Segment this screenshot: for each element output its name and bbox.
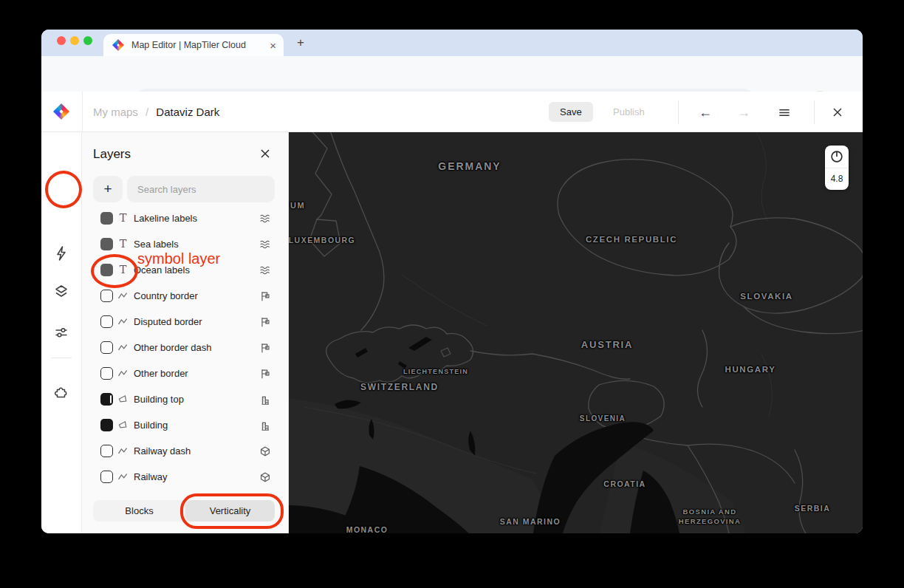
publish-button[interactable]: Publish	[607, 102, 651, 122]
layer-label: Disputed border	[134, 312, 202, 332]
layer-row[interactable]: Disputed border	[82, 312, 289, 332]
map-country-label: CZECH REPUBLIC	[586, 234, 677, 246]
layer-row[interactable]: Other border dash	[82, 338, 289, 358]
layer-type-symbol-icon: T	[117, 264, 129, 276]
menu-icon[interactable]	[775, 103, 794, 122]
layer-label: Sea labels	[134, 234, 179, 255]
layer-type-line-icon	[117, 471, 129, 483]
tab-verticality[interactable]: Verticality	[185, 500, 275, 522]
map-country-label: BOSNIA AND HERZEGOVINA	[679, 507, 741, 527]
cube-icon	[258, 471, 272, 484]
settings-sliders-icon[interactable]	[52, 324, 70, 341]
layer-visibility-checkbox[interactable]	[100, 393, 113, 406]
layer-row[interactable]: Country border	[82, 286, 289, 307]
tab-blocks[interactable]: Blocks	[93, 500, 185, 522]
panel-title: Layers	[93, 147, 131, 162]
layer-type-line-icon	[117, 445, 129, 457]
layer-type-symbol-icon: T	[117, 212, 129, 225]
layer-label: Railway	[134, 467, 168, 488]
layers-panel: Layers + TLakeline labelsTSea labelsTOce…	[82, 132, 289, 533]
breadcrumb: My maps / Dataviz Dark	[93, 92, 219, 132]
close-window-button[interactable]	[57, 36, 66, 45]
redo-icon[interactable]: →	[734, 103, 753, 122]
quick-actions-icon[interactable]	[52, 245, 70, 262]
header-divider	[814, 100, 815, 124]
panel-close-icon[interactable]	[258, 147, 272, 160]
layer-visibility-checkbox[interactable]	[100, 471, 113, 483]
layer-label: Ocean labels	[134, 260, 190, 281]
flag-icon	[258, 315, 272, 329]
layer-label: Railway dash	[134, 441, 191, 462]
layer-row[interactable]: Railway	[82, 467, 289, 488]
map-country-label: LUXEMBOURG	[289, 235, 355, 245]
layer-list: TLakeline labelsTSea labelsTOcean labels…	[82, 211, 289, 500]
map-country-label: UM	[290, 200, 305, 211]
layer-label: Building	[134, 415, 168, 436]
save-button[interactable]: Save	[549, 102, 593, 122]
breadcrumb-separator: /	[145, 106, 148, 118]
search-layers-input[interactable]	[127, 176, 275, 202]
browser-window: Map Editor | MapTiler Cloud × + ← → clou…	[41, 30, 863, 533]
layer-type-line-icon	[117, 315, 129, 328]
layers-icon[interactable]	[52, 282, 70, 300]
breadcrumb-my-maps[interactable]: My maps	[93, 106, 138, 118]
layer-type-symbol-icon: T	[117, 238, 129, 250]
building-icon	[258, 419, 272, 432]
tab-title: Map Editor | MapTiler Cloud	[131, 40, 270, 50]
header-divider	[82, 92, 83, 132]
tab-close-icon[interactable]: ×	[270, 40, 276, 51]
map-country-label: GERMANY	[438, 160, 501, 174]
layer-visibility-checkbox[interactable]	[100, 238, 113, 250]
map-country-label: SAN MARINO	[500, 516, 561, 527]
new-tab-button[interactable]: +	[292, 35, 309, 51]
header-divider	[678, 100, 679, 124]
flag-icon	[258, 290, 272, 303]
browser-toolbar: ← → cloud.maptiler.com/maps/editor?map=d…	[41, 56, 863, 92]
layer-label: Other border	[134, 363, 188, 384]
zoom-window-button[interactable]	[83, 36, 92, 45]
breadcrumb-map-name: Dataviz Dark	[156, 106, 219, 118]
waves-icon	[258, 212, 272, 225]
layer-visibility-checkbox[interactable]	[100, 445, 113, 457]
tool-sidebar: ?	[41, 132, 82, 533]
layer-row[interactable]: TLakeline labels	[82, 211, 289, 229]
layer-row[interactable]: Other border	[82, 363, 289, 384]
layer-type-line-icon	[117, 341, 129, 354]
layer-label: Building top	[134, 389, 184, 410]
add-layer-button[interactable]: +	[93, 176, 123, 202]
layer-row[interactable]: Railway dash	[82, 441, 289, 462]
layer-type-fill-icon	[117, 419, 129, 431]
layer-row[interactable]: TOcean labels	[82, 260, 289, 281]
layer-visibility-checkbox[interactable]	[100, 341, 113, 354]
layer-visibility-checkbox[interactable]	[100, 212, 113, 225]
layer-visibility-checkbox[interactable]	[100, 264, 113, 276]
browser-tab[interactable]: Map Editor | MapTiler Cloud ×	[103, 34, 284, 56]
map-country-label: LIECHTENSTEIN	[403, 367, 468, 376]
map-country-label: CROATIA	[603, 479, 646, 489]
maptiler-favicon	[112, 39, 124, 51]
layer-row[interactable]: Building top	[82, 389, 289, 410]
plugins-icon[interactable]	[52, 383, 70, 400]
map-country-label: SERBIA	[795, 503, 831, 513]
minimize-window-button[interactable]	[70, 36, 79, 45]
layer-visibility-checkbox[interactable]	[100, 419, 113, 431]
close-editor-icon[interactable]	[828, 103, 847, 122]
layer-type-fill-icon	[117, 393, 129, 406]
map-country-label: SWITZERLAND	[360, 381, 439, 393]
layer-visibility-checkbox[interactable]	[100, 315, 113, 328]
map-country-label: MONACO	[346, 524, 388, 533]
compass-bearing-icon[interactable]	[829, 148, 845, 165]
layer-visibility-checkbox[interactable]	[100, 290, 113, 302]
layer-visibility-checkbox[interactable]	[100, 367, 113, 380]
map-canvas[interactable]: GERMANYUMLUXEMBOURGCZECH REPUBLICSLOVAKI…	[289, 132, 863, 533]
browser-tab-strip: Map Editor | MapTiler Cloud × +	[41, 30, 863, 56]
map-zoom-control[interactable]: 4.8	[825, 146, 849, 190]
panel-mode-tabs: Blocks Verticality	[93, 500, 275, 522]
map-country-label: SLOVENIA	[580, 414, 626, 424]
sidebar-divider	[52, 358, 72, 358]
map-country-label: HUNGARY	[725, 364, 776, 376]
undo-icon[interactable]: ←	[696, 103, 715, 122]
layer-type-line-icon	[117, 290, 129, 302]
layer-row[interactable]: Building	[82, 415, 289, 436]
layer-row[interactable]: TSea labels	[82, 234, 289, 255]
